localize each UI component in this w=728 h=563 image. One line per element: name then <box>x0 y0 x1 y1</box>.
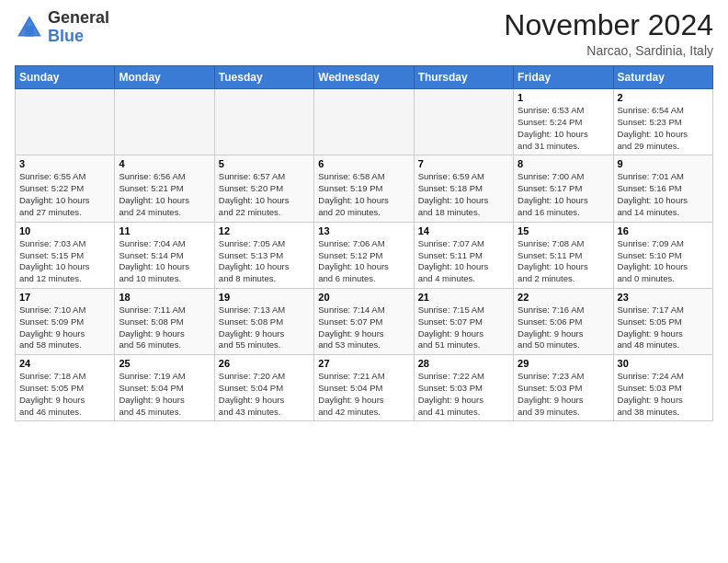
page: General Blue November 2024 Narcao, Sardi… <box>0 0 728 436</box>
day-info: Sunrise: 7:16 AM Sunset: 5:06 PM Dayligh… <box>518 304 609 351</box>
calendar-cell: 3Sunrise: 6:55 AM Sunset: 5:22 PM Daylig… <box>16 155 115 222</box>
day-number: 17 <box>19 292 110 303</box>
calendar-cell: 21Sunrise: 7:15 AM Sunset: 5:07 PM Dayli… <box>414 288 513 354</box>
calendar-week-5: 24Sunrise: 7:18 AM Sunset: 5:05 PM Dayli… <box>16 355 713 421</box>
calendar-cell: 14Sunrise: 7:07 AM Sunset: 5:11 PM Dayli… <box>414 222 513 288</box>
calendar-cell: 15Sunrise: 7:08 AM Sunset: 5:11 PM Dayli… <box>514 222 613 288</box>
day-info: Sunrise: 7:23 AM Sunset: 5:03 PM Dayligh… <box>518 371 609 418</box>
weekday-header-row: SundayMondayTuesdayWednesdayThursdayFrid… <box>16 66 713 89</box>
calendar-cell: 2Sunrise: 6:54 AM Sunset: 5:23 PM Daylig… <box>613 89 712 155</box>
day-number: 14 <box>418 225 509 236</box>
day-info: Sunrise: 7:08 AM Sunset: 5:11 PM Dayligh… <box>518 238 609 285</box>
calendar-cell: 4Sunrise: 6:56 AM Sunset: 5:21 PM Daylig… <box>115 155 214 222</box>
svg-rect-2 <box>25 26 34 36</box>
title-block: November 2024 Narcao, Sardinia, Italy <box>504 9 713 58</box>
calendar-week-3: 10Sunrise: 7:03 AM Sunset: 5:15 PM Dayli… <box>16 222 713 288</box>
day-info: Sunrise: 7:22 AM Sunset: 5:03 PM Dayligh… <box>418 371 509 418</box>
day-number: 21 <box>418 292 509 303</box>
day-number: 9 <box>618 158 709 169</box>
day-info: Sunrise: 7:17 AM Sunset: 5:05 PM Dayligh… <box>618 304 709 351</box>
day-number: 1 <box>518 92 609 103</box>
day-info: Sunrise: 7:21 AM Sunset: 5:04 PM Dayligh… <box>318 371 409 418</box>
calendar-cell: 12Sunrise: 7:05 AM Sunset: 5:13 PM Dayli… <box>214 222 313 288</box>
day-info: Sunrise: 7:01 AM Sunset: 5:16 PM Dayligh… <box>618 171 709 218</box>
day-info: Sunrise: 6:59 AM Sunset: 5:18 PM Dayligh… <box>418 171 509 218</box>
day-info: Sunrise: 7:13 AM Sunset: 5:08 PM Dayligh… <box>219 304 310 351</box>
calendar-cell: 7Sunrise: 6:59 AM Sunset: 5:18 PM Daylig… <box>414 155 513 222</box>
calendar-cell: 1Sunrise: 6:53 AM Sunset: 5:24 PM Daylig… <box>514 89 613 155</box>
day-number: 29 <box>518 358 609 369</box>
day-number: 23 <box>618 292 709 303</box>
day-number: 12 <box>219 225 310 236</box>
calendar-cell: 27Sunrise: 7:21 AM Sunset: 5:04 PM Dayli… <box>314 355 414 421</box>
calendar-cell: 13Sunrise: 7:06 AM Sunset: 5:12 PM Dayli… <box>314 222 414 288</box>
day-number: 7 <box>418 158 509 169</box>
day-number: 19 <box>219 292 310 303</box>
day-number: 16 <box>618 225 709 236</box>
day-number: 25 <box>119 358 210 369</box>
day-info: Sunrise: 6:53 AM Sunset: 5:24 PM Dayligh… <box>518 105 609 152</box>
day-number: 27 <box>318 358 409 369</box>
day-number: 2 <box>618 92 709 103</box>
day-info: Sunrise: 7:00 AM Sunset: 5:17 PM Dayligh… <box>518 171 609 218</box>
calendar-cell: 29Sunrise: 7:23 AM Sunset: 5:03 PM Dayli… <box>514 355 613 421</box>
day-info: Sunrise: 7:18 AM Sunset: 5:05 PM Dayligh… <box>19 371 110 418</box>
weekday-header-friday: Friday <box>514 66 613 89</box>
calendar-cell: 5Sunrise: 6:57 AM Sunset: 5:20 PM Daylig… <box>214 155 313 222</box>
calendar-week-4: 17Sunrise: 7:10 AM Sunset: 5:09 PM Dayli… <box>16 288 713 354</box>
weekday-header-saturday: Saturday <box>613 66 712 89</box>
calendar-cell: 6Sunrise: 6:58 AM Sunset: 5:19 PM Daylig… <box>314 155 414 222</box>
calendar-cell <box>414 89 513 155</box>
day-info: Sunrise: 6:55 AM Sunset: 5:22 PM Dayligh… <box>19 171 110 218</box>
day-number: 6 <box>318 158 409 169</box>
calendar-cell: 30Sunrise: 7:24 AM Sunset: 5:03 PM Dayli… <box>613 355 712 421</box>
calendar-cell: 8Sunrise: 7:00 AM Sunset: 5:17 PM Daylig… <box>514 155 613 222</box>
day-number: 8 <box>518 158 609 169</box>
calendar-cell: 28Sunrise: 7:22 AM Sunset: 5:03 PM Dayli… <box>414 355 513 421</box>
day-info: Sunrise: 6:54 AM Sunset: 5:23 PM Dayligh… <box>618 105 709 152</box>
weekday-header-sunday: Sunday <box>16 66 115 89</box>
day-number: 18 <box>119 292 210 303</box>
day-number: 10 <box>19 225 110 236</box>
day-number: 15 <box>518 225 609 236</box>
day-number: 13 <box>318 225 409 236</box>
logo-general-text: General <box>48 9 109 28</box>
day-info: Sunrise: 6:56 AM Sunset: 5:21 PM Dayligh… <box>119 171 210 218</box>
day-number: 26 <box>219 358 310 369</box>
day-number: 24 <box>19 358 110 369</box>
day-info: Sunrise: 7:24 AM Sunset: 5:03 PM Dayligh… <box>618 371 709 418</box>
day-info: Sunrise: 7:04 AM Sunset: 5:14 PM Dayligh… <box>119 238 210 285</box>
day-number: 5 <box>219 158 310 169</box>
weekday-header-tuesday: Tuesday <box>214 66 313 89</box>
calendar-cell: 9Sunrise: 7:01 AM Sunset: 5:16 PM Daylig… <box>613 155 712 222</box>
day-info: Sunrise: 6:58 AM Sunset: 5:19 PM Dayligh… <box>318 171 409 218</box>
calendar-cell: 26Sunrise: 7:20 AM Sunset: 5:04 PM Dayli… <box>214 355 313 421</box>
day-number: 3 <box>19 158 110 169</box>
calendar-cell: 22Sunrise: 7:16 AM Sunset: 5:06 PM Dayli… <box>514 288 613 354</box>
day-info: Sunrise: 7:07 AM Sunset: 5:11 PM Dayligh… <box>418 238 509 285</box>
day-info: Sunrise: 7:10 AM Sunset: 5:09 PM Dayligh… <box>19 304 110 351</box>
calendar-cell <box>314 89 414 155</box>
logo-icon <box>15 13 44 42</box>
day-number: 11 <box>119 225 210 236</box>
day-number: 22 <box>518 292 609 303</box>
calendar-cell: 24Sunrise: 7:18 AM Sunset: 5:05 PM Dayli… <box>16 355 115 421</box>
calendar-cell: 23Sunrise: 7:17 AM Sunset: 5:05 PM Dayli… <box>613 288 712 354</box>
calendar-week-1: 1Sunrise: 6:53 AM Sunset: 5:24 PM Daylig… <box>16 89 713 155</box>
weekday-header-thursday: Thursday <box>414 66 513 89</box>
day-info: Sunrise: 7:19 AM Sunset: 5:04 PM Dayligh… <box>119 371 210 418</box>
calendar-cell: 16Sunrise: 7:09 AM Sunset: 5:10 PM Dayli… <box>613 222 712 288</box>
calendar-cell: 11Sunrise: 7:04 AM Sunset: 5:14 PM Dayli… <box>115 222 214 288</box>
day-number: 28 <box>418 358 509 369</box>
day-info: Sunrise: 7:11 AM Sunset: 5:08 PM Dayligh… <box>119 304 210 351</box>
day-info: Sunrise: 7:05 AM Sunset: 5:13 PM Dayligh… <box>219 238 310 285</box>
day-info: Sunrise: 7:20 AM Sunset: 5:04 PM Dayligh… <box>219 371 310 418</box>
day-info: Sunrise: 7:15 AM Sunset: 5:07 PM Dayligh… <box>418 304 509 351</box>
day-info: Sunrise: 7:14 AM Sunset: 5:07 PM Dayligh… <box>318 304 409 351</box>
calendar-cell: 17Sunrise: 7:10 AM Sunset: 5:09 PM Dayli… <box>16 288 115 354</box>
calendar-cell: 10Sunrise: 7:03 AM Sunset: 5:15 PM Dayli… <box>16 222 115 288</box>
day-info: Sunrise: 7:09 AM Sunset: 5:10 PM Dayligh… <box>618 238 709 285</box>
day-number: 20 <box>318 292 409 303</box>
calendar-cell: 20Sunrise: 7:14 AM Sunset: 5:07 PM Dayli… <box>314 288 414 354</box>
day-number: 30 <box>618 358 709 369</box>
